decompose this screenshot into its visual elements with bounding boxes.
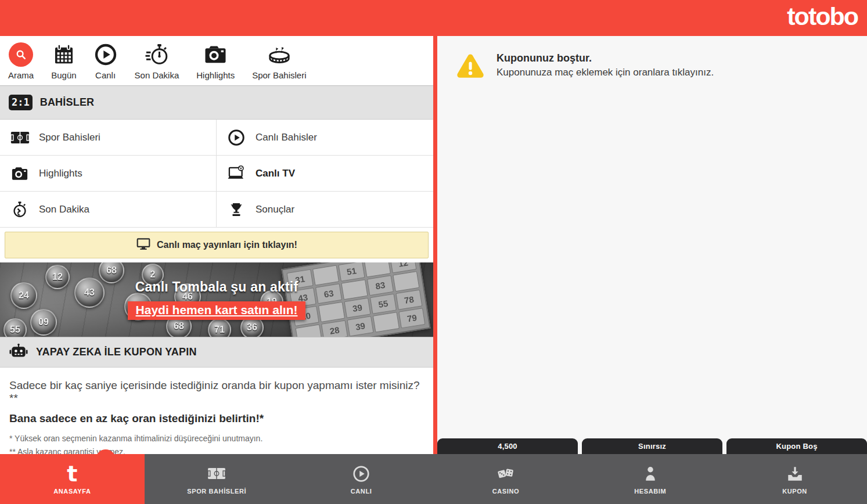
tab-bugun[interactable]: Bugün — [51, 42, 76, 80]
menu-item-highlights[interactable]: Highlights — [0, 156, 217, 192]
top-header-bar: totobo — [0, 0, 867, 36]
user-icon — [642, 464, 659, 484]
play-circle-icon — [226, 129, 247, 146]
nav-label: CASINO — [492, 488, 519, 495]
pitch-icon — [207, 464, 226, 484]
nav-label: CANLI — [351, 488, 372, 495]
coupon-empty-notice: Kuponunuz boştur. Kuponunuza maç eklemek… — [437, 36, 867, 100]
left-panel: Arama Bugün — [0, 36, 433, 454]
nav-item-spor-bahisleri[interactable]: SPOR BAHİSLERİ — [145, 454, 289, 504]
ai-kupon-title: YAPAY ZEKA İLE KUPON YAPIN — [36, 346, 197, 358]
pitch-icon — [9, 131, 30, 144]
scoreboard-icon: 2:1 — [9, 95, 33, 110]
nav-item-anasayfa[interactable]: t ANASAYFA — [0, 454, 145, 504]
live-stream-banner-label: Canlı maç yayınları için tıklayın! — [157, 240, 297, 250]
play-circle-icon — [94, 42, 117, 67]
tab-son-dakika-label: Son Dakika — [135, 70, 179, 80]
coupon-tab-status[interactable]: Kupon Boş — [726, 438, 867, 454]
app-root: totobo Arama — [0, 0, 867, 504]
tab-spor-bahisleri[interactable]: Spor Bahisleri — [252, 42, 306, 80]
coupon-panel: Kuponunuz boştur. Kuponunuza maç eklemek… — [437, 36, 867, 454]
menu-item-spor-bahisleri[interactable]: Spor Bahisleri — [0, 120, 217, 156]
menu-item-canli-tv[interactable]: Canlı TV — [217, 156, 433, 192]
stadium-icon — [267, 42, 292, 67]
tab-highlights[interactable]: Highlights — [196, 42, 235, 80]
coupon-empty-title: Kuponunuz boştur. — [497, 52, 714, 64]
tab-son-dakika[interactable]: Son Dakika — [135, 42, 179, 80]
menu-item-label: Canlı Bahisler — [256, 132, 317, 143]
coupon-tray-icon — [786, 464, 804, 484]
nav-label: KUPON — [782, 488, 807, 495]
tombala-buy-card-button[interactable]: Haydi hemen kart satın alın! — [128, 301, 306, 320]
dice-icon — [497, 464, 515, 484]
tab-spor-bahisleri-label: Spor Bahisleri — [252, 70, 306, 80]
coupon-empty-message: Kuponunuza maç eklemek için oranlara tık… — [497, 67, 714, 78]
warning-triangle-icon — [455, 51, 486, 85]
nav-item-kupon[interactable]: KUPON — [722, 454, 867, 504]
live-stream-banner[interactable]: Canlı maç yayınları için tıklayın! — [5, 232, 429, 258]
stopwatch-speed-icon — [145, 42, 169, 67]
nav-label: ANASAYFA — [53, 488, 91, 495]
tab-arama[interactable]: Arama — [8, 42, 34, 80]
menu-item-label: Canlı TV — [256, 168, 295, 179]
coupon-tab-limit[interactable]: Sınırsız — [582, 438, 722, 454]
menu-item-label: Spor Bahisleri — [39, 132, 100, 143]
calendar-icon — [53, 42, 75, 67]
bahisler-title: BAHİSLER — [40, 96, 95, 109]
bottom-nav: t ANASAYFA SPOR BAHİSLERİ CANLI — [0, 454, 867, 504]
ai-kupon-header: YAPAY ZEKA İLE KUPON YAPIN — [0, 337, 433, 368]
totobo-t-icon: t — [67, 464, 77, 484]
tab-highlights-label: Highlights — [196, 70, 235, 80]
camera-icon — [204, 42, 227, 67]
menu-item-label: Son Dakika — [39, 204, 89, 215]
play-circle-icon — [352, 464, 370, 484]
coupon-tab-max-win[interactable]: 4,500 — [437, 438, 578, 454]
stopwatch-icon — [9, 201, 30, 218]
tab-bugun-label: Bugün — [51, 70, 76, 80]
menu-item-sonuclar[interactable]: Sonuçlar — [217, 192, 433, 228]
ai-text-block: Sadece bir kaç saniye içerisinde istediğ… — [0, 368, 433, 454]
menu-item-label: Sonuçlar — [256, 204, 294, 215]
menu-item-son-dakika[interactable]: Son Dakika — [0, 192, 217, 228]
bahisler-menu-grid: Spor Bahisleri Canlı Bahisler — [0, 120, 433, 228]
nav-label: SPOR BAHİSLERİ — [187, 488, 246, 495]
robot-icon — [9, 343, 28, 362]
totobo-logo[interactable]: totobo — [787, 2, 858, 31]
monitor-icon — [136, 236, 151, 254]
bahisler-header: 2:1 BAHİSLER — [0, 85, 433, 120]
tombala-title: Canlı Tombala şu an aktif — [135, 279, 298, 295]
search-icon — [9, 42, 33, 67]
tab-canli[interactable]: Canlı — [94, 42, 117, 80]
tombala-banner[interactable]: 122443680955454668271365219 315112436383… — [0, 262, 433, 337]
tab-arama-label: Arama — [8, 70, 34, 80]
top-icon-tabs: Arama Bugün — [0, 36, 433, 85]
menu-item-label: Highlights — [39, 168, 82, 179]
trophy-icon — [226, 201, 247, 218]
laptop-football-icon — [226, 165, 247, 182]
coupon-footer-tabs: 4,500 Sınırsız Kupon Boş — [437, 438, 867, 454]
ai-note-1: * Yüksek oran seçmenin kazanma ihtimalin… — [9, 434, 424, 443]
ai-question: Sadece bir kaç saniye içerisinde istediğ… — [9, 379, 424, 405]
ai-instruction: Bana sadece en az kaç oran istediğinizi … — [9, 412, 424, 425]
nav-item-hesabim[interactable]: HESABIM — [578, 454, 722, 504]
panel-divider — [433, 36, 437, 454]
tab-canli-label: Canlı — [95, 70, 116, 80]
camera-icon — [9, 165, 30, 182]
tombala-overlay: Canlı Tombala şu an aktif Haydi hemen ka… — [0, 262, 433, 337]
menu-item-canli-bahisler[interactable]: Canlı Bahisler — [217, 120, 433, 156]
nav-item-casino[interactable]: CASINO — [433, 454, 578, 504]
coupon-empty-text: Kuponunuz boştur. Kuponunuza maç eklemek… — [497, 51, 714, 78]
ai-note-2: ** Asla kazanç garantisi vermez. — [9, 447, 424, 454]
nav-item-canli[interactable]: CANLI — [289, 454, 434, 504]
nav-label: HESABIM — [634, 488, 666, 495]
